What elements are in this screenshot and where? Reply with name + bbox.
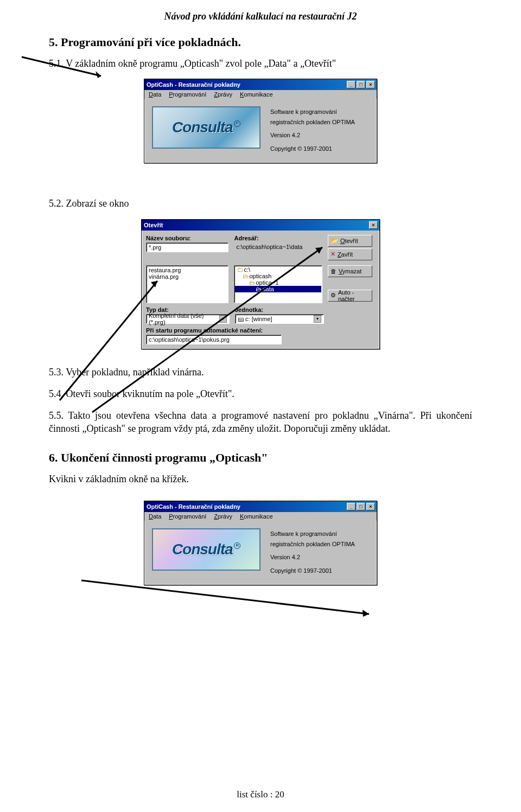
file-list[interactable]: restaura.prg vinárna.prg xyxy=(146,265,228,303)
drive-select[interactable]: 🖴 c: [winme]▾ xyxy=(235,314,324,324)
autoload-path-field[interactable]: c:\opticash\optica~1\pokus.prg xyxy=(146,335,282,344)
menu-zpravy[interactable]: Zprávy xyxy=(214,91,232,98)
menu-programovani[interactable]: Programování xyxy=(169,513,206,520)
directory-label: Adresář: xyxy=(234,235,322,241)
section-6-heading: 6. Ukončení činnosti programu „Opticash" xyxy=(49,451,472,465)
section-5-heading: 5. Programování při více pokladnách. xyxy=(49,35,472,49)
dialog-title: Otevřít xyxy=(144,222,163,228)
registered-icon: R xyxy=(234,542,240,549)
svg-marker-1 xyxy=(96,71,101,78)
gear-icon: ⚙ xyxy=(331,292,336,299)
window-menubar: Data Programování Zprávy Komunikace xyxy=(144,90,377,99)
dialog-titlebar: Otevřít × xyxy=(142,220,379,231)
page-content: 5. Programování při více pokladnách. 5.1… xyxy=(0,22,521,585)
folder-item[interactable]: 🗁opticash xyxy=(235,273,321,279)
window-title: OptiCash - Restaurační pokladny xyxy=(147,81,240,88)
chevron-down-icon: ▾ xyxy=(219,315,227,323)
folder-icon: 🗀 xyxy=(236,266,244,273)
autoload-button[interactable]: ⚙Auto - načter xyxy=(328,290,372,302)
cancel-icon: ✕ xyxy=(331,251,335,258)
filename-field[interactable]: *.prg xyxy=(146,242,228,252)
arrow-to-close-button xyxy=(0,575,521,673)
drive-label: Jednotka: xyxy=(235,306,324,313)
paragraph-5-2: 5.2. Zobrazí se okno xyxy=(49,197,472,210)
paragraph-5-3: 5.3. Vyber pokladnu, například vinárna. xyxy=(49,366,472,379)
folder-item[interactable]: 🗁optica~1 xyxy=(235,279,321,286)
page-footer: list číslo : 20 xyxy=(0,789,521,800)
menu-komunikace[interactable]: Komunikace xyxy=(240,91,273,98)
datatype-select[interactable]: Kompletní data (vše)(*.prg)▾ xyxy=(146,314,230,324)
paragraph-5-1: 5.1. V základním okně programu „Opticash… xyxy=(49,57,472,70)
registered-icon: R xyxy=(234,120,240,127)
svg-line-7 xyxy=(81,580,369,614)
window-titlebar: OptiCash - Restaurační pokladny _ □ × xyxy=(144,79,377,90)
minimize-icon[interactable]: _ xyxy=(347,81,355,88)
logo-text: Consulta xyxy=(172,119,233,136)
app-copyright: Copyright © 1997-2001 xyxy=(270,144,355,154)
delete-button[interactable]: 🗑Vymazat xyxy=(328,265,372,277)
paragraph-5-5: 5.5. Takto jsou otevřena všechna data a … xyxy=(49,409,472,436)
close-icon[interactable]: × xyxy=(366,81,375,88)
screenshot-opticash-main-2: OptiCash - Restaurační pokladny _ □ × Da… xyxy=(144,501,377,585)
page-header: Návod pro vkládání kalkulací na restaura… xyxy=(0,0,521,22)
menu-zpravy[interactable]: Zprávy xyxy=(214,513,232,520)
minimize-icon[interactable]: _ xyxy=(347,503,355,510)
close-icon[interactable]: × xyxy=(369,221,378,229)
open-folder-icon: 📂 xyxy=(331,237,338,244)
window-titlebar: OptiCash - Restaurační pokladny _ □ × xyxy=(144,501,377,512)
app-info: Software k programování registračních po… xyxy=(270,528,355,576)
folder-open-icon: 🗁 xyxy=(242,273,249,279)
directory-path: c:\opticash\optica~1\data xyxy=(234,242,322,251)
app-version: Version 4.2 xyxy=(270,553,355,562)
trash-icon: 🗑 xyxy=(331,268,336,274)
file-list-item[interactable]: vinárna.prg xyxy=(149,273,226,280)
app-info-line-2: registračních pokladen OPTIMA xyxy=(270,118,355,127)
chevron-down-icon: ▾ xyxy=(314,315,321,323)
app-version: Version 4.2 xyxy=(270,131,355,140)
window-menubar: Data Programování Zprávy Komunikace xyxy=(144,512,377,521)
window-title: OptiCash - Restaurační pokladny xyxy=(147,503,240,510)
screenshot-opticash-main-1: OptiCash - Restaurační pokladny _ □ × Da… xyxy=(144,79,377,163)
app-info: Software k programování registračních po… xyxy=(270,106,355,154)
drive-icon: 🖴 xyxy=(238,316,244,322)
menu-data[interactable]: Data xyxy=(149,91,161,98)
folder-open-icon: 🗁 xyxy=(248,279,256,286)
autoload-label: Při startu programu automatické načtení: xyxy=(146,327,375,334)
logo-text: Consulta xyxy=(172,541,233,558)
close-icon[interactable]: × xyxy=(366,503,375,510)
consulta-logo: ConsultaR xyxy=(152,528,260,571)
maximize-icon[interactable]: □ xyxy=(357,81,365,88)
paragraph-5-4: 5.4. Otevři soubor kviknutím na pole „Ot… xyxy=(49,387,472,400)
filename-label: Název souboru: xyxy=(146,235,228,241)
file-list-item[interactable]: restaura.prg xyxy=(149,267,226,273)
consulta-logo: ConsultaR xyxy=(152,106,260,149)
app-info-line-1: Software k programování xyxy=(270,529,355,539)
app-info-line-2: registračních pokladen OPTIMA xyxy=(270,540,355,549)
folder-tree[interactable]: 🗀c:\ 🗁opticash 🗁optica~1 🗁data xyxy=(234,265,322,303)
screenshot-open-dialog: Otevřít × Název souboru: *.prg Adresář: … xyxy=(141,219,380,349)
folder-open-icon: 🗁 xyxy=(255,286,262,292)
close-button[interactable]: ✕Zavřít xyxy=(328,248,372,260)
app-info-line-1: Software k programování xyxy=(270,107,355,117)
menu-data[interactable]: Data xyxy=(149,513,161,520)
menu-programovani[interactable]: Programování xyxy=(169,91,206,98)
app-copyright: Copyright © 1997-2001 xyxy=(270,566,355,576)
folder-item[interactable]: 🗀c:\ xyxy=(235,266,321,273)
menu-komunikace[interactable]: Komunikace xyxy=(240,513,273,520)
svg-marker-8 xyxy=(363,610,369,617)
folder-item-selected[interactable]: 🗁data xyxy=(235,286,321,292)
open-button[interactable]: 📂OOtevříttevřít xyxy=(328,235,372,247)
maximize-icon[interactable]: □ xyxy=(357,503,365,510)
paragraph-6-1: Kvikni v základním okně na křížek. xyxy=(49,472,472,485)
